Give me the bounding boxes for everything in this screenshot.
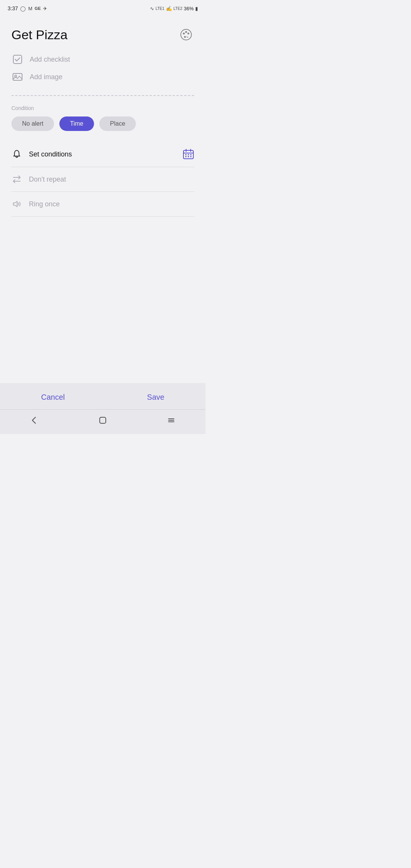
- home-icon: [98, 416, 107, 425]
- set-conditions-label: Set conditions: [29, 150, 72, 158]
- condition-buttons-group: No alert Time Place: [11, 116, 194, 131]
- gmail-icon: M: [28, 6, 32, 11]
- battery-percent: 36%: [184, 6, 194, 11]
- svg-rect-21: [190, 156, 191, 157]
- dont-repeat-row[interactable]: Don't repeat: [11, 167, 194, 192]
- status-right: ∿ LTE1 ✍ LTE2 36% ▮: [150, 6, 198, 11]
- lte1-icon: LTE1: [156, 6, 164, 11]
- spacer: [0, 217, 206, 383]
- svg-rect-19: [185, 156, 186, 157]
- calendar-button[interactable]: [183, 148, 194, 160]
- time-button[interactable]: Time: [59, 116, 94, 131]
- signal-icon: ✍: [166, 6, 172, 11]
- svg-point-0: [181, 29, 191, 40]
- back-button[interactable]: [22, 413, 46, 427]
- svg-point-5: [184, 36, 186, 38]
- svg-point-6: [187, 35, 189, 37]
- status-bar: 3:37 ◯ M GE ✈ ∿ LTE1 ✍ LTE2 36% ▮: [0, 0, 206, 15]
- svg-rect-7: [13, 55, 22, 64]
- recent-apps-button[interactable]: [159, 413, 183, 427]
- svg-point-2: [185, 31, 187, 33]
- recent-icon: [167, 416, 176, 425]
- dont-repeat-label: Don't repeat: [29, 176, 66, 183]
- home-button[interactable]: [91, 413, 115, 427]
- svg-rect-16: [185, 154, 186, 155]
- svg-marker-22: [13, 201, 17, 207]
- svg-rect-17: [188, 154, 189, 155]
- note-title-input[interactable]: [11, 27, 178, 42]
- battery-icon: ▮: [195, 6, 198, 11]
- save-button[interactable]: Save: [124, 391, 187, 404]
- svg-point-1: [183, 33, 185, 35]
- calendar-icon: [183, 148, 194, 160]
- ring-once-label: Ring once: [29, 200, 60, 208]
- repeat-icon: [11, 174, 22, 185]
- checklist-icon: [11, 53, 24, 65]
- place-button[interactable]: Place: [99, 116, 136, 131]
- svg-rect-20: [188, 156, 189, 157]
- add-checklist-row[interactable]: Add checklist: [11, 53, 194, 65]
- ring-once-row[interactable]: Ring once: [11, 192, 194, 217]
- wifi-icon: ∿: [150, 6, 154, 11]
- section-divider: [11, 95, 194, 96]
- image-add-icon: [11, 71, 24, 83]
- palette-button[interactable]: [178, 27, 194, 43]
- title-row: [11, 27, 194, 43]
- cancel-button[interactable]: Cancel: [18, 391, 88, 404]
- add-image-row[interactable]: Add image: [11, 71, 194, 83]
- image-icon: ✈: [43, 6, 47, 11]
- svg-rect-18: [190, 154, 191, 155]
- condition-section-label: Condition: [11, 105, 194, 111]
- sound-icon: [11, 199, 22, 209]
- add-checklist-label: Add checklist: [30, 56, 70, 64]
- palette-icon: [180, 28, 193, 41]
- no-alert-button[interactable]: No alert: [11, 116, 54, 131]
- account-icon: ◯: [20, 6, 26, 11]
- ge-icon: GE: [35, 6, 41, 11]
- bell-icon: [11, 149, 22, 160]
- status-left: 3:37 ◯ M GE ✈: [8, 5, 47, 11]
- set-conditions-row[interactable]: Set conditions: [11, 142, 194, 167]
- main-content: Add checklist Add image Condition No ale…: [0, 15, 206, 217]
- lte2-icon: LTE2: [174, 6, 182, 11]
- svg-point-3: [188, 33, 190, 35]
- status-time: 3:37: [8, 5, 18, 11]
- nav-bar: [0, 409, 206, 434]
- back-icon: [30, 416, 39, 425]
- svg-rect-8: [13, 73, 22, 80]
- svg-rect-23: [100, 417, 106, 423]
- bottom-action-bar: Cancel Save: [0, 383, 206, 409]
- add-image-label: Add image: [30, 73, 62, 81]
- settings-section: Set conditions: [11, 142, 194, 217]
